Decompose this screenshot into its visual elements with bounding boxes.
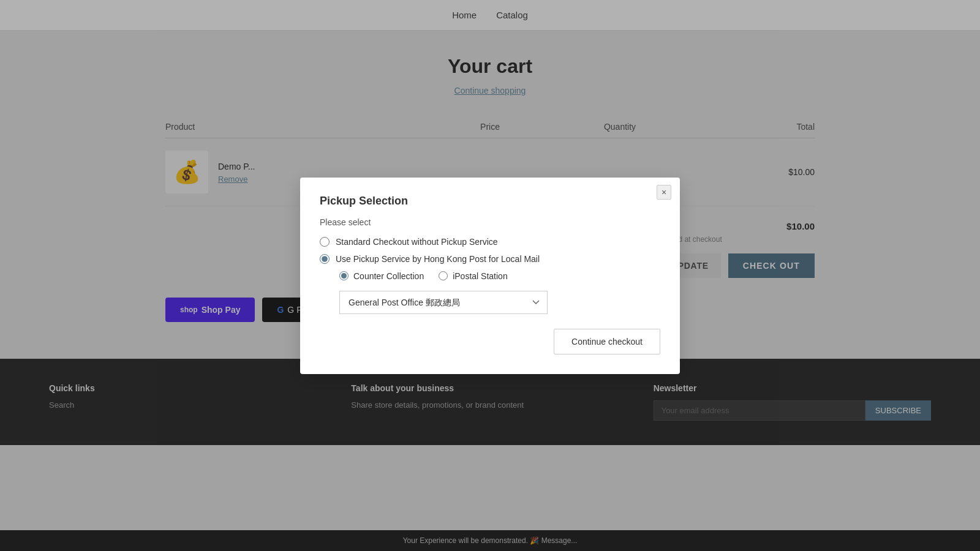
option-standard[interactable]: Standard Checkout without Pickup Service	[320, 237, 660, 247]
option-hkpost[interactable]: Use Pickup Service by Hong Kong Post for…	[320, 254, 660, 264]
modal-subtitle: Please select	[320, 217, 660, 227]
sub-option-counter[interactable]: Counter Collection	[339, 271, 424, 281]
radio-hkpost[interactable]	[320, 254, 330, 264]
modal-title: Pickup Selection	[320, 195, 660, 208]
radio-ipostal[interactable]	[439, 271, 448, 280]
option-hkpost-label: Use Pickup Service by Hong Kong Post for…	[336, 254, 540, 264]
option-standard-label: Standard Checkout without Pickup Service	[336, 237, 498, 247]
pickup-options: Standard Checkout without Pickup Service…	[320, 237, 660, 281]
sub-pickup-options: Counter Collection iPostal Station	[339, 271, 660, 281]
sub-option-ipostal-label: iPostal Station	[453, 271, 508, 281]
radio-standard[interactable]	[320, 237, 330, 247]
sub-option-counter-label: Counter Collection	[353, 271, 424, 281]
location-select[interactable]: General Post Office 郵政總局 Tsim Sha Tsui P…	[339, 291, 548, 314]
sub-option-ipostal[interactable]: iPostal Station	[439, 271, 508, 281]
modal-overlay: Pickup Selection × Please select Standar…	[0, 0, 980, 551]
pickup-modal: Pickup Selection × Please select Standar…	[300, 178, 680, 374]
continue-checkout-button[interactable]: Continue checkout	[554, 329, 660, 354]
modal-close-button[interactable]: ×	[657, 185, 671, 200]
location-select-container: General Post Office 郵政總局 Tsim Sha Tsui P…	[339, 291, 660, 314]
modal-footer: Continue checkout	[320, 329, 660, 354]
radio-counter[interactable]	[339, 271, 349, 280]
